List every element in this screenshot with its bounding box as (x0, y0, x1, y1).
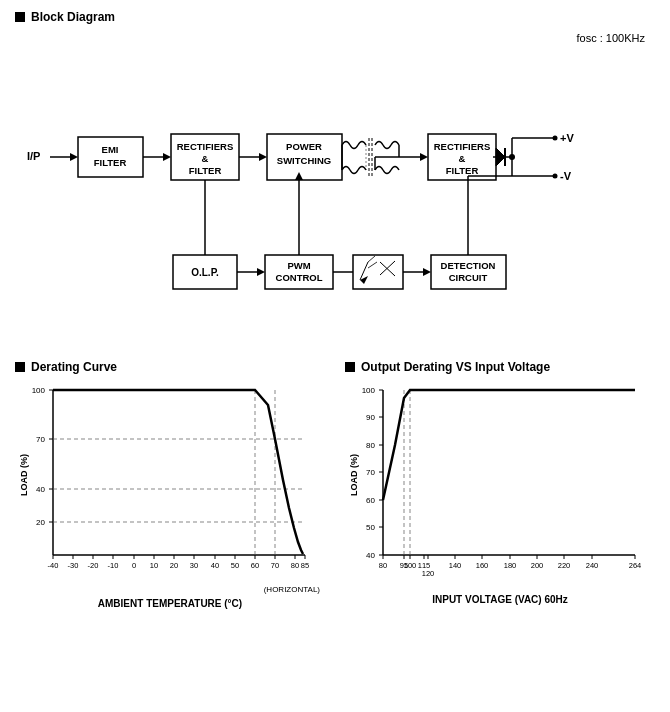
svg-marker-53 (423, 268, 431, 276)
output-derating-xlabel: INPUT VOLTAGE (VAC) 60Hz (345, 594, 655, 605)
block-diagram-section: Block Diagram fosc : 100KHz I/P EMI FILT… (15, 10, 655, 340)
svg-text:&: & (459, 153, 466, 164)
derating-curve-area: LOAD (%) 100 70 40 20 -40 (15, 380, 325, 594)
output-derating-svg: LOAD (%) 100 90 80 70 60 (345, 380, 650, 590)
minus-v-label: -V (560, 170, 572, 182)
svg-text:40: 40 (211, 561, 219, 570)
block-diagram-header: Block Diagram (15, 10, 655, 24)
svg-text:RECTIFIERS: RECTIFIERS (177, 141, 233, 152)
plus-v-label: +V (560, 132, 574, 144)
svg-text:60: 60 (251, 561, 259, 570)
svg-text:LOAD (%): LOAD (%) (349, 454, 359, 496)
svg-text:60: 60 (366, 496, 375, 505)
svg-text:SWITCHING: SWITCHING (277, 155, 331, 166)
svg-text:30: 30 (190, 561, 198, 570)
svg-text:85: 85 (301, 561, 309, 570)
svg-text:160: 160 (476, 561, 489, 570)
section-square-icon-2 (15, 362, 25, 372)
svg-text:80: 80 (366, 441, 375, 450)
derating-curve-container: Derating Curve LOAD (%) 100 70 (15, 360, 325, 609)
svg-text:70: 70 (366, 468, 375, 477)
svg-text:FILTER: FILTER (446, 165, 479, 176)
svg-marker-26 (496, 148, 505, 166)
svg-text:FILTER: FILTER (94, 157, 127, 168)
svg-text:-10: -10 (108, 561, 119, 570)
svg-text:LOAD (%): LOAD (%) (19, 454, 29, 496)
svg-text:O.L.P.: O.L.P. (191, 267, 219, 278)
output-derating-header: Output Derating VS Input Voltage (345, 360, 655, 374)
svg-marker-22 (420, 153, 428, 161)
horizontal-label: (HORIZONTAL) (15, 585, 325, 594)
charts-section: Derating Curve LOAD (%) 100 70 (15, 360, 655, 609)
svg-text:-40: -40 (48, 561, 59, 570)
block-diagram-svg: I/P EMI FILTER RECTIFIERS & FILTER POWER… (15, 50, 655, 340)
output-derating-container: Output Derating VS Input Voltage LOAD (%… (345, 360, 655, 609)
svg-text:70: 70 (271, 561, 279, 570)
svg-text:-20: -20 (88, 561, 99, 570)
svg-text:CONTROL: CONTROL (276, 272, 323, 283)
svg-text:100: 100 (362, 386, 376, 395)
svg-text:100: 100 (32, 386, 46, 395)
svg-text:POWER: POWER (286, 141, 322, 152)
output-derating-title: Output Derating VS Input Voltage (361, 360, 550, 374)
svg-point-32 (553, 136, 558, 141)
svg-text:DETECTION: DETECTION (441, 260, 496, 271)
svg-text:50: 50 (231, 561, 239, 570)
svg-text:70: 70 (36, 435, 45, 444)
svg-text:120: 120 (422, 569, 435, 578)
svg-text:0: 0 (132, 561, 136, 570)
transformer-primary (342, 142, 366, 149)
svg-text:50: 50 (366, 523, 375, 532)
svg-text:264: 264 (629, 561, 642, 570)
svg-text:40: 40 (366, 551, 375, 560)
svg-text:FILTER: FILTER (189, 165, 222, 176)
svg-text:140: 140 (449, 561, 462, 570)
section-square-icon-3 (345, 362, 355, 372)
derating-curve-line (53, 390, 303, 554)
svg-marker-1 (70, 153, 78, 161)
svg-text:90: 90 (366, 413, 375, 422)
svg-text:180: 180 (504, 561, 517, 570)
svg-text:EMI: EMI (102, 144, 119, 155)
svg-text:80: 80 (379, 561, 387, 570)
optocoupler-symbol (353, 255, 403, 289)
svg-text:CIRCUIT: CIRCUIT (449, 272, 488, 283)
svg-text:240: 240 (586, 561, 599, 570)
svg-text:10: 10 (150, 561, 158, 570)
svg-text:20: 20 (170, 561, 178, 570)
block-diagram-title: Block Diagram (31, 10, 115, 24)
output-derating-curve-line (383, 390, 635, 500)
svg-text:RECTIFIERS: RECTIFIERS (434, 141, 490, 152)
svg-text:220: 220 (558, 561, 571, 570)
derating-curve-header: Derating Curve (15, 360, 325, 374)
svg-text:&: & (202, 153, 209, 164)
transformer-secondary (375, 142, 399, 149)
svg-text:80: 80 (291, 561, 299, 570)
svg-text:PWM: PWM (287, 260, 310, 271)
derating-curve-title: Derating Curve (31, 360, 117, 374)
svg-point-35 (553, 174, 558, 179)
svg-text:200: 200 (531, 561, 544, 570)
svg-text:-30: -30 (68, 561, 79, 570)
svg-text:40: 40 (36, 485, 45, 494)
ip-label: I/P (27, 150, 40, 162)
fosc-label: fosc : 100KHz (15, 32, 655, 44)
derating-curve-svg: LOAD (%) 100 70 40 20 -40 (15, 380, 320, 590)
section-square-icon (15, 12, 25, 22)
svg-marker-10 (259, 153, 267, 161)
svg-text:20: 20 (36, 518, 45, 527)
svg-text:100: 100 (404, 561, 417, 570)
svg-marker-39 (257, 268, 265, 276)
svg-marker-5 (163, 153, 171, 161)
derating-curve-xlabel: AMBIENT TEMPERATURE (°C) (15, 598, 325, 609)
output-derating-area: LOAD (%) 100 90 80 70 60 (345, 380, 655, 590)
